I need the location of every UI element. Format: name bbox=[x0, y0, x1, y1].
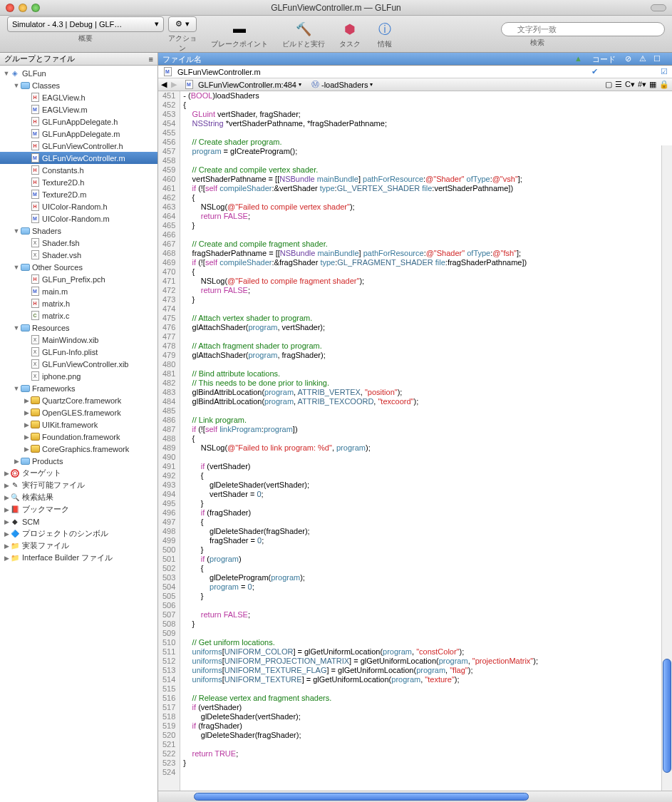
scroll-thumb[interactable] bbox=[194, 793, 529, 801]
lock-icon[interactable]: 🔒 bbox=[659, 80, 669, 89]
nav-icon[interactable]: C▾ bbox=[625, 80, 635, 89]
line-gutter: 4514524534544554564574584594604614624634… bbox=[158, 91, 180, 791]
tree-item[interactable]: ▼Frameworks bbox=[0, 382, 157, 394]
tree-item[interactable]: MGLFunAppDelegate.m bbox=[0, 128, 157, 140]
nav-fwd[interactable]: ▶ bbox=[171, 80, 177, 89]
tree-item[interactable]: ▶✎実行可能ファイル bbox=[0, 479, 157, 491]
search-input[interactable] bbox=[501, 22, 665, 36]
tree-item[interactable]: XGLFun-Info.plist bbox=[0, 346, 157, 358]
tree-item[interactable]: ▶🔷プロジェクトのシンボル bbox=[0, 528, 157, 540]
tasks-button[interactable]: ⬢ bbox=[340, 21, 360, 38]
tree-item[interactable]: XGLFunViewController.xib bbox=[0, 358, 157, 370]
tree-item[interactable]: HUIColor-Random.h bbox=[0, 200, 157, 212]
horizontal-scrollbar[interactable] bbox=[158, 791, 672, 802]
tree-item[interactable]: ▶🔍検索結果 bbox=[0, 491, 157, 503]
toolbar-toggle[interactable] bbox=[651, 4, 666, 11]
tree-item[interactable]: ▶QuartzCore.framework bbox=[0, 394, 157, 406]
tree-item[interactable]: ▶Products bbox=[0, 455, 157, 467]
tree-item[interactable]: ▼Shaders bbox=[0, 225, 157, 237]
tree-item[interactable]: Xiphone.png bbox=[0, 370, 157, 382]
tree-item[interactable]: ▶ターゲット bbox=[0, 467, 157, 479]
nav-icon[interactable]: ☰ bbox=[615, 80, 622, 89]
tasks-label: タスク bbox=[339, 39, 361, 49]
overview-label: 概要 bbox=[7, 34, 164, 53]
tree-item[interactable]: Hmatrix.h bbox=[0, 297, 157, 309]
info-label: 情報 bbox=[378, 39, 392, 49]
tree-item[interactable]: ▼Resources bbox=[0, 322, 157, 334]
tree-item[interactable]: ▶◆SCM bbox=[0, 515, 157, 528]
tree-item[interactable]: Cmatrix.c bbox=[0, 309, 157, 322]
window-title: GLFunViewController.m — GLFun bbox=[0, 3, 672, 13]
tree-item[interactable]: XMainWindow.xib bbox=[0, 334, 157, 346]
file-tree[interactable]: ▼◈GLFun▼ClassesHEAGLView.hMEAGLView.mHGL… bbox=[0, 66, 157, 802]
tree-item[interactable]: MTexture2D.m bbox=[0, 188, 157, 200]
tree-item[interactable]: ▶📁Interface Builder ファイル bbox=[0, 552, 157, 564]
sidebar: グループとファイル≡ ▼◈GLFun▼ClassesHEAGLView.hMEA… bbox=[0, 53, 158, 802]
tree-item[interactable]: ▶📕ブックマーク bbox=[0, 503, 157, 515]
titlebar: GLFunViewController.m — GLFun bbox=[0, 0, 672, 16]
nav-icon[interactable]: ▢ bbox=[605, 80, 612, 89]
file-row-check[interactable]: ✔ bbox=[591, 67, 598, 76]
tree-item[interactable]: Mmain.m bbox=[0, 285, 157, 297]
tree-item[interactable]: ▶OpenGLES.framework bbox=[0, 406, 157, 418]
file-row-name: GLFunViewController.m bbox=[177, 68, 261, 76]
nav-file-crumb[interactable]: MGLFunViewController.m:484▾ bbox=[181, 80, 304, 90]
tree-item[interactable]: XShader.vsh bbox=[0, 249, 157, 261]
tree-item[interactable]: MEAGLView.m bbox=[0, 103, 157, 115]
tree-item[interactable]: HTexture2D.h bbox=[0, 176, 157, 188]
tree-item[interactable]: ▶Foundation.framework bbox=[0, 431, 157, 443]
tree-item[interactable]: HEAGLView.h bbox=[0, 91, 157, 103]
file-row[interactable]: M GLFunViewController.m ✔ ☑ bbox=[158, 66, 672, 78]
sidebar-header: グループとファイル≡ bbox=[0, 53, 157, 66]
vertical-scrollbar[interactable] bbox=[661, 145, 672, 791]
tree-item[interactable]: ▶CoreGraphics.framework bbox=[0, 443, 157, 455]
buildrun-label: ビルドと実行 bbox=[282, 39, 325, 49]
nav-method-crumb[interactable]: Ⓜ-loadShaders▾ bbox=[309, 79, 376, 90]
nav-back[interactable]: ◀ bbox=[161, 80, 167, 89]
tree-item[interactable]: ▶📁実装ファイル bbox=[0, 540, 157, 552]
scheme-select[interactable]: Simulator - 4.3 | Debug | GLF…▾ bbox=[7, 16, 164, 32]
search-label: 検索 bbox=[530, 38, 544, 48]
tree-item[interactable]: MUIColor-Random.m bbox=[0, 212, 157, 225]
tree-item[interactable]: HGLFun_Prefix.pch bbox=[0, 273, 157, 285]
scroll-thumb[interactable] bbox=[663, 659, 671, 773]
sidebar-menu-icon[interactable]: ≡ bbox=[149, 55, 153, 63]
editor-pane: ファイル名▲ コード ⊘⚠☐ M GLFunViewController.m ✔… bbox=[158, 53, 672, 802]
toolbar: Simulator - 4.3 | Debug | GLF…▾ ⚙ ▾ 概要アク… bbox=[0, 16, 672, 53]
breakpoints-label: ブレークポイント bbox=[211, 39, 268, 49]
info-button[interactable]: ⓘ bbox=[375, 21, 395, 38]
file-list-header: ファイル名▲ コード ⊘⚠☐ bbox=[158, 53, 672, 66]
nav-icon[interactable]: ▦ bbox=[649, 80, 656, 89]
code-view[interactable]: 4514524534544554564574584594604614624634… bbox=[158, 91, 672, 791]
tree-item[interactable]: MGLFunViewController.m bbox=[0, 152, 157, 164]
tree-item[interactable]: HGLFunAppDelegate.h bbox=[0, 115, 157, 128]
editor-navbar: ◀ ▶ MGLFunViewController.m:484▾ Ⓜ-loadSh… bbox=[158, 78, 672, 91]
tree-item[interactable]: XShader.fsh bbox=[0, 237, 157, 249]
tree-item[interactable]: HConstants.h bbox=[0, 164, 157, 176]
tree-item[interactable]: ▼Classes bbox=[0, 79, 157, 91]
action-label: アクション bbox=[168, 34, 197, 53]
file-row-target-check[interactable]: ☑ bbox=[661, 67, 668, 76]
tree-item[interactable]: ▼◈GLFun bbox=[0, 67, 157, 79]
nav-icon[interactable]: #▾ bbox=[638, 80, 646, 89]
tree-item[interactable]: HGLFunViewController.h bbox=[0, 140, 157, 152]
breakpoints-button[interactable]: ▬ bbox=[229, 21, 249, 38]
tree-item[interactable]: ▶UIKit.framework bbox=[0, 418, 157, 431]
build-run-button[interactable]: 🔨 bbox=[294, 21, 314, 38]
source-text[interactable]: - (BOOL)loadShaders{ GLuint vertShader, … bbox=[180, 91, 672, 791]
tree-item[interactable]: ▼Other Sources bbox=[0, 261, 157, 273]
action-menu[interactable]: ⚙ ▾ bbox=[168, 16, 197, 32]
